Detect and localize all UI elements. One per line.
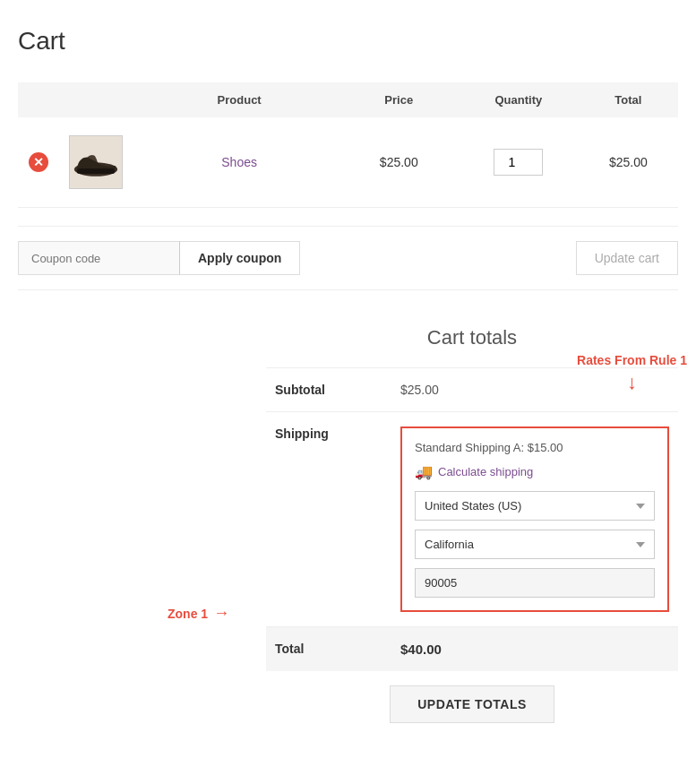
state-select[interactable]: California New York Texas Florida [415, 530, 655, 559]
total-row: Total $40.00 [266, 627, 678, 672]
shipping-value: Standard Shipping A: $15.00 🚚 Calculate … [391, 412, 678, 627]
zone-arrow-icon: → [213, 604, 229, 623]
coupon-input[interactable] [18, 241, 179, 275]
svg-rect-1 [76, 168, 115, 174]
quantity-input[interactable] [494, 149, 543, 176]
apply-coupon-button[interactable]: Apply coupon [179, 241, 300, 275]
shipping-row: Shipping Standard Shipping A: $15.00 🚚 C… [266, 412, 678, 627]
cart-totals-section: Rates From Rule 1 ↓ Zone 1 → Cart totals… [18, 326, 678, 723]
product-price: $25.00 [339, 117, 459, 208]
subtotal-label: Subtotal [266, 368, 391, 412]
calc-shipping-label: Calculate shipping [438, 465, 533, 478]
zip-input[interactable] [415, 568, 655, 598]
col-header-total: Total [579, 82, 678, 117]
cart-actions: Apply coupon Update cart [18, 226, 678, 290]
product-name-link[interactable]: Shoes [221, 155, 257, 169]
update-cart-button[interactable]: Update cart [576, 241, 678, 275]
rates-annotation-text: Rates From Rule 1 [577, 353, 687, 367]
update-totals-button[interactable]: Update totals [390, 685, 554, 723]
rates-annotation: Rates From Rule 1 ↓ [577, 353, 687, 394]
col-header-product: Product [140, 82, 339, 117]
zone-annotation: Zone 1 → [168, 604, 229, 623]
col-header-image [60, 82, 140, 117]
product-image [69, 135, 123, 189]
col-header-price: Price [339, 82, 459, 117]
country-select[interactable]: United States (US) Canada United Kingdom [415, 491, 655, 521]
total-label: Total [266, 627, 391, 672]
product-total: $25.00 [579, 117, 678, 208]
page-title: Cart [18, 27, 678, 56]
table-row: ✕ Shoes $25.00 [18, 117, 678, 208]
cart-table: Product Price Quantity Total ✕ [18, 82, 678, 208]
cart-totals-title: Cart totals [266, 326, 678, 349]
shoe-icon [70, 145, 122, 180]
coupon-area: Apply coupon [18, 241, 300, 275]
cart-totals-wrapper: Rates From Rule 1 ↓ Zone 1 → Cart totals… [266, 326, 678, 723]
shipping-box: Standard Shipping A: $15.00 🚚 Calculate … [400, 426, 669, 612]
shipping-option-text: Standard Shipping A: $15.00 [415, 441, 655, 454]
remove-item-button[interactable]: ✕ [29, 152, 48, 172]
zone-label-text: Zone 1 [168, 607, 208, 621]
shipping-label: Shipping [266, 412, 391, 627]
truck-icon: 🚚 [415, 463, 433, 480]
calculate-shipping-link[interactable]: 🚚 Calculate shipping [415, 463, 655, 480]
rates-arrow-icon: ↓ [577, 371, 687, 394]
col-header-remove [18, 82, 60, 117]
col-header-quantity: Quantity [459, 82, 579, 117]
page-container: Cart Product Price Quantity Total ✕ [0, 0, 696, 784]
total-value: $40.00 [391, 627, 678, 672]
totals-table: Subtotal $25.00 Shipping Standard Shippi… [266, 367, 678, 671]
